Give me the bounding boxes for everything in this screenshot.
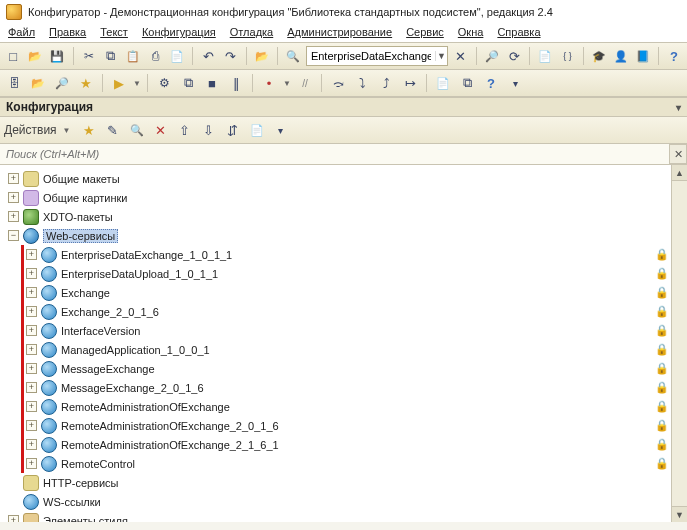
expand-icon[interactable]: + — [26, 306, 37, 317]
menu-config[interactable]: Конфигурация — [142, 26, 216, 38]
help-button[interactable] — [665, 46, 683, 66]
menu-help[interactable]: Справка — [497, 26, 540, 38]
menu-windows[interactable]: Окна — [458, 26, 484, 38]
step-into-button[interactable]: ⤵ — [352, 73, 372, 93]
update-db-button[interactable] — [76, 73, 96, 93]
tree-node[interactable]: +Exchange_2_0_1_6🔒 — [2, 302, 685, 321]
tree-node[interactable]: +InterfaceVersion🔒 — [2, 321, 685, 340]
find-node-button[interactable] — [127, 120, 147, 140]
menu-file[interactable]: Файл — [8, 26, 35, 38]
minimize-icon[interactable]: ▾ — [676, 102, 681, 113]
tree-node[interactable]: +MessageExchange🔒 — [2, 359, 685, 378]
expand-icon[interactable]: + — [26, 363, 37, 374]
expand-icon[interactable]: + — [8, 515, 19, 522]
expand-icon[interactable]: + — [26, 458, 37, 469]
expand-icon[interactable]: + — [26, 401, 37, 412]
tree-node[interactable]: +Общие картинки — [2, 188, 685, 207]
tree-node[interactable]: +ManagedApplication_1_0_0_1🔒 — [2, 340, 685, 359]
compare-button[interactable] — [168, 46, 186, 66]
actions-dropdown-icon[interactable]: ▼ — [63, 126, 71, 135]
find-button[interactable] — [483, 46, 501, 66]
tree-node[interactable]: +XDTO-пакеты — [2, 207, 685, 226]
open-config-button[interactable] — [28, 73, 48, 93]
redo-button[interactable] — [222, 46, 240, 66]
tree-node[interactable]: +RemoteAdministrationOfExchange_2_1_6_1🔒 — [2, 435, 685, 454]
clear-search-button[interactable] — [452, 46, 470, 66]
user-button[interactable] — [612, 46, 630, 66]
goto-button[interactable] — [253, 46, 271, 66]
edit-button[interactable] — [103, 120, 123, 140]
scroll-up-icon[interactable]: ▲ — [672, 165, 687, 181]
run-button[interactable] — [109, 73, 129, 93]
tree-node[interactable]: +RemoteAdministrationOfExchange🔒 — [2, 397, 685, 416]
menu-text[interactable]: Текст — [100, 26, 128, 38]
attach-button[interactable] — [178, 73, 198, 93]
scroll-down-icon[interactable]: ▼ — [672, 506, 687, 522]
copy-button[interactable] — [102, 46, 120, 66]
search-button[interactable] — [284, 46, 302, 66]
stack-button[interactable] — [433, 73, 453, 93]
tree-node[interactable]: +RemoteAdministrationOfExchange_2_0_1_6🔒 — [2, 416, 685, 435]
debug-button[interactable] — [154, 73, 174, 93]
expand-icon[interactable]: + — [26, 420, 37, 431]
actions-label[interactable]: Действия — [4, 123, 57, 137]
tree-node[interactable]: +EnterpriseDataUpload_1_0_1_1🔒 — [2, 264, 685, 283]
expand-icon[interactable]: + — [8, 192, 19, 203]
tree-node[interactable]: +MessageExchange_2_0_1_6🔒 — [2, 378, 685, 397]
expand-icon[interactable]: + — [26, 439, 37, 450]
expand-icon[interactable]: + — [8, 173, 19, 184]
expand-icon[interactable]: + — [8, 211, 19, 222]
menu-service[interactable]: Сервис — [406, 26, 444, 38]
search-box[interactable]: ▼ — [306, 46, 448, 66]
menu-debug[interactable]: Отладка — [230, 26, 273, 38]
add-button[interactable] — [79, 120, 99, 140]
search-input[interactable] — [307, 47, 435, 65]
subsystems-button[interactable] — [247, 120, 267, 140]
paste-button[interactable] — [124, 46, 142, 66]
eval-button[interactable] — [481, 73, 501, 93]
tree-node[interactable]: +Exchange🔒 — [2, 283, 685, 302]
breakpoint-button[interactable] — [259, 73, 279, 93]
disable-bp-button[interactable] — [295, 73, 315, 93]
close-icon[interactable]: ✕ — [669, 144, 687, 164]
perf-button[interactable] — [505, 73, 525, 93]
expand-icon[interactable]: + — [26, 325, 37, 336]
expand-icon[interactable]: + — [26, 344, 37, 355]
replace-button[interactable] — [505, 46, 523, 66]
pause-button[interactable] — [226, 73, 246, 93]
new-button[interactable] — [4, 46, 22, 66]
tree-node[interactable]: +RemoteControl🔒 — [2, 454, 685, 473]
tree-node[interactable]: WS-ссылки — [2, 492, 685, 511]
syntax-button[interactable] — [558, 46, 576, 66]
module-button[interactable] — [536, 46, 554, 66]
undo-button[interactable] — [199, 46, 217, 66]
tree-node[interactable]: +Общие макеты — [2, 169, 685, 188]
collapse-icon[interactable]: − — [8, 230, 19, 241]
run-to-cursor-button[interactable]: ↦ — [400, 73, 420, 93]
step-out-button[interactable]: ⤴ — [376, 73, 396, 93]
run-dropdown-icon[interactable]: ▼ — [133, 79, 141, 88]
tree-node[interactable]: HTTP-сервисы — [2, 473, 685, 492]
move-down-button[interactable] — [199, 120, 219, 140]
tutorial-button[interactable] — [590, 46, 608, 66]
expand-icon[interactable]: + — [26, 249, 37, 260]
cut-button[interactable] — [79, 46, 97, 66]
move-up-button[interactable] — [175, 120, 195, 140]
search-dropdown-icon[interactable]: ▼ — [435, 51, 447, 61]
expand-icon[interactable]: + — [26, 382, 37, 393]
sort-button[interactable] — [223, 120, 243, 140]
open-button[interactable] — [26, 46, 44, 66]
tree-node[interactable]: −Web-сервисы — [2, 226, 685, 245]
open-db-button[interactable] — [4, 73, 24, 93]
delete-button[interactable] — [151, 120, 171, 140]
find-in-config-button[interactable] — [52, 73, 72, 93]
scrollbar[interactable]: ▲ ▼ — [671, 165, 687, 522]
expand-icon[interactable]: + — [26, 287, 37, 298]
watch-button[interactable] — [457, 73, 477, 93]
save-button[interactable] — [48, 46, 66, 66]
step-over-button[interactable]: ⤼ — [328, 73, 348, 93]
menu-edit[interactable]: Правка — [49, 26, 86, 38]
tree-node[interactable]: +EnterpriseDataExchange_1_0_1_1🔒 — [2, 245, 685, 264]
filter-button[interactable] — [271, 120, 291, 140]
menu-admin[interactable]: Администрирование — [287, 26, 392, 38]
